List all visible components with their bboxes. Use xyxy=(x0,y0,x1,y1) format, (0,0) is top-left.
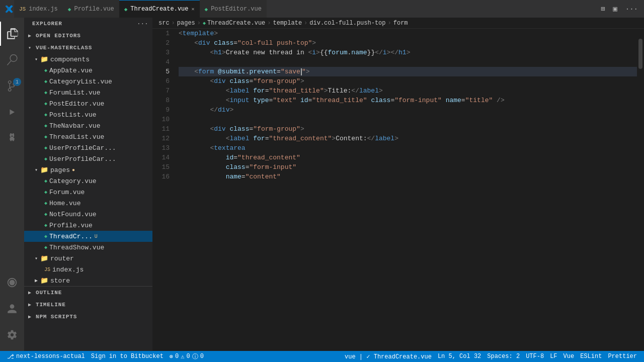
npm-scripts-label: NPM SCRIPTS xyxy=(36,314,77,320)
window-controls xyxy=(4,4,14,14)
status-branch[interactable]: ⎇ next-lessons-actual xyxy=(4,351,88,362)
outline-label: OUTLINE xyxy=(36,290,62,296)
code-area[interactable]: <template> ····<div class="col-full push… xyxy=(174,29,637,351)
editor-content: 1 2 3 4 5 6 7 8 9 10 11 12 13 14 15 16 xyxy=(152,29,644,351)
breadcrumb-form[interactable]: form xyxy=(393,20,408,27)
file-userprofilecar2[interactable]: ◆ UserProfileCar... xyxy=(24,153,152,164)
explorer-header[interactable]: EXPLORER ··· xyxy=(24,18,152,30)
activity-remote[interactable] xyxy=(0,270,24,295)
chevron-right-icon: ▶ xyxy=(28,290,32,296)
activity-explorer[interactable] xyxy=(0,22,24,46)
breadcrumb-div[interactable]: div.col-full.push-top xyxy=(309,20,385,27)
chevron-down-icon: ▾ xyxy=(32,255,40,261)
scrollbar[interactable] xyxy=(637,29,644,351)
file-threadlist[interactable]: ◆ ThreadList.vue xyxy=(24,131,152,142)
tab-index-js[interactable]: JS index.js xyxy=(14,0,63,18)
code-line-5: ····<form @submit.prevent="save"> xyxy=(179,67,637,76)
line-num-6: 6 xyxy=(152,76,170,86)
status-errors[interactable]: ⊗ 0 ⚠ 0 ⓘ 0 xyxy=(167,351,207,362)
folder-router[interactable]: ▾ 📁 router xyxy=(24,253,152,264)
activity-extensions[interactable] xyxy=(0,126,24,150)
file-threadcreate[interactable]: ◆ ThreadCr... U xyxy=(24,231,152,242)
file-label: Forum.vue xyxy=(49,189,85,196)
breadcrumb-pages[interactable]: pages xyxy=(177,20,195,27)
project-label: VUE-MASTERCLASS xyxy=(36,45,92,51)
breadcrumb-file[interactable]: ◆ ThreadCreate.vue xyxy=(203,20,265,27)
tab-threadcreate-vue[interactable]: ◆ ThreadCreate.vue ✕ xyxy=(119,0,200,18)
tab-close-button[interactable]: ✕ xyxy=(192,6,195,12)
file-userprofilecar1[interactable]: ◆ UserProfileCar... xyxy=(24,142,152,153)
status-vuejs[interactable]: vue | ✓ ThreadCreate.vue xyxy=(342,351,435,362)
split-editor-icon[interactable]: ⊞ xyxy=(599,3,607,15)
file-threadshow[interactable]: ◆ ThreadShow.vue xyxy=(24,242,152,253)
file-categorylist[interactable]: ◆ CategoryList.vue xyxy=(24,76,152,87)
file-notfound[interactable]: ◆ NotFound.vue xyxy=(24,209,152,220)
info-count: 0 xyxy=(200,353,204,360)
scrollbar-thumb[interactable] xyxy=(638,39,642,69)
tab-profile-vue[interactable]: ◆ Profile.vue xyxy=(63,0,119,18)
activity-source-control[interactable]: 1 xyxy=(0,74,24,98)
activity-account[interactable] xyxy=(0,297,24,321)
folder-store[interactable]: ▶ 📁 store xyxy=(24,275,152,286)
js-file-icon: JS xyxy=(44,267,50,273)
project-header[interactable]: ▾ VUE-MASTERCLASS xyxy=(24,42,152,54)
line-num-4: 4 xyxy=(152,57,170,67)
file-router-index[interactable]: JS index.js xyxy=(24,264,152,275)
chevron-right-icon: ▶ xyxy=(32,278,40,284)
folder-label: pages xyxy=(50,166,70,174)
status-prettier[interactable]: Prettier xyxy=(605,351,640,362)
file-postlist[interactable]: ◆ PostList.vue xyxy=(24,109,152,120)
line-endings-label: LF xyxy=(550,353,557,360)
breadcrumb-src[interactable]: src xyxy=(158,20,170,27)
folder-label: router xyxy=(50,255,74,262)
more-actions-icon[interactable]: ··· xyxy=(623,3,640,15)
status-spaces[interactable]: Spaces: 2 xyxy=(484,351,523,362)
status-sign-in[interactable]: Sign in to Bitbucket xyxy=(88,351,167,362)
line-num-15: 15 xyxy=(152,162,170,172)
file-label: CategoryList.vue xyxy=(49,78,112,85)
breadcrumb-sep: › xyxy=(197,20,201,27)
breadcrumb-template[interactable]: template xyxy=(273,20,302,27)
file-category[interactable]: ◆ Category.vue xyxy=(24,175,152,187)
status-eslint[interactable]: ESLint xyxy=(577,351,605,362)
editor-area: src › pages › ◆ ThreadCreate.vue › templ… xyxy=(152,18,644,351)
vue-file-icon: ◆ xyxy=(44,101,47,107)
warning-count: 0 xyxy=(187,353,190,360)
line-num-5: 5 xyxy=(152,67,170,76)
file-home[interactable]: ◆ Home.vue xyxy=(24,198,152,209)
file-posteditor[interactable]: ◆ PostEditor.vue xyxy=(24,98,152,109)
file-profile[interactable]: ◆ Profile.vue xyxy=(24,220,152,231)
status-language[interactable]: Vue xyxy=(560,351,578,362)
breadcrumb-sep: › xyxy=(172,20,175,27)
source-control-badge: 1 xyxy=(13,78,21,86)
npm-scripts-header[interactable]: ▶ NPM SCRIPTS xyxy=(24,311,152,323)
status-line-endings[interactable]: LF xyxy=(547,351,560,362)
folder-pages[interactable]: ▾ 📁 pages ● xyxy=(24,164,152,175)
status-encoding[interactable]: UTF-8 xyxy=(523,351,547,362)
chevron-down-icon: ▾ xyxy=(28,45,32,51)
code-line-7: ············<label for="thread_title">Ti… xyxy=(179,86,637,96)
open-editors-header[interactable]: ▶ OPEN EDITORS xyxy=(24,30,152,42)
warning-icon: ⚠ xyxy=(181,353,184,360)
file-appdate[interactable]: ◆ AppDate.vue xyxy=(24,65,152,76)
activity-search[interactable] xyxy=(0,48,24,72)
folder-icon: 📁 xyxy=(40,277,48,285)
folder-components[interactable]: ▾ 📁 components xyxy=(24,54,152,65)
status-ln-col[interactable]: Ln 5, Col 32 xyxy=(435,351,484,362)
line-num-10: 10 xyxy=(152,115,170,124)
layout-icon[interactable]: ▣ xyxy=(611,3,619,15)
file-forumlist[interactable]: ◆ ForumList.vue xyxy=(24,87,152,98)
outline-header[interactable]: ▶ OUTLINE xyxy=(24,287,152,299)
folder-label: components xyxy=(50,56,90,63)
tabs-area: JS index.js ◆ Profile.vue ◆ ThreadCreate… xyxy=(14,0,599,18)
activity-settings[interactable] xyxy=(0,323,24,347)
tab-posteditor-vue[interactable]: ◆ PostEditor.vue xyxy=(200,0,267,18)
activity-run[interactable] xyxy=(0,100,24,124)
file-thenavbar[interactable]: ◆ TheNavbar.vue xyxy=(24,120,152,131)
timeline-header[interactable]: ▶ TIMELINE xyxy=(24,299,152,311)
explorer-label: EXPLORER xyxy=(32,21,62,27)
file-forum[interactable]: ◆ Forum.vue xyxy=(24,187,152,198)
breadcrumb-sep: › xyxy=(267,20,271,27)
code-line-16: ············name="content" xyxy=(179,172,637,182)
code-line-8: ············<input type="text" id="threa… xyxy=(179,96,637,105)
